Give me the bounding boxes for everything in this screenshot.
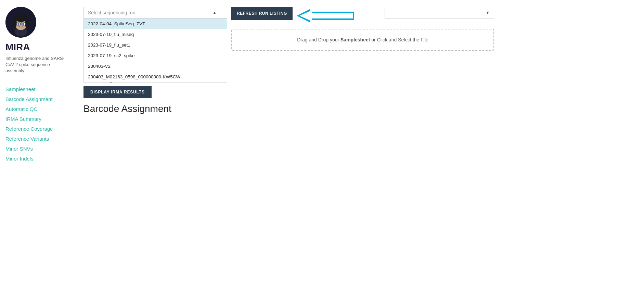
sidebar-item-samplesheet[interactable]: Samplesheet: [5, 86, 69, 93]
refresh-run-listing-button[interactable]: REFRESH RUN LISTING: [231, 7, 293, 20]
main-content: Select sequencing run: ▲ 2022-04-04_Spik…: [75, 0, 644, 281]
sequencing-run-select[interactable]: Select sequencing run: ▲: [83, 7, 227, 18]
dropdown-item[interactable]: 2022-04-04_SpikeSeq_ZVT: [84, 18, 227, 29]
svg-point-19: [22, 23, 24, 25]
dropdown-item[interactable]: 230403_M02163_0598_000000000-KW5CW: [84, 72, 227, 82]
drag-drop-text-after: or Click and Select the File: [370, 37, 428, 42]
select-chevron-icon: ▲: [212, 10, 217, 15]
svg-point-10: [15, 14, 27, 22]
drag-drop-text-before: Drag and Drop your: [297, 37, 340, 42]
sequencing-run-dropdown[interactable]: 2022-04-04_SpikeSeq_ZVT2023-07-10_flu_mi…: [83, 18, 227, 82]
second-dropdown-chevron-icon: ▼: [486, 10, 490, 15]
sidebar-item-automatic-qc[interactable]: Automatic QC: [5, 105, 69, 113]
avatar: [5, 7, 36, 38]
samplesheet-dropzone[interactable]: Drag and Drop your Samplesheet or Click …: [231, 29, 494, 51]
app-description: Influenza genome and SARS-CoV-2 spike se…: [5, 55, 69, 74]
sidebar-item-minor-indels[interactable]: Minor Indels: [5, 155, 69, 162]
second-dropdown-placeholder: [481, 10, 483, 15]
svg-point-11: [13, 18, 17, 28]
dropdown-item[interactable]: 2023-07-19_flu_set1: [84, 40, 227, 50]
second-dropdown[interactable]: ▼: [385, 7, 494, 18]
sidebar-nav: SamplesheetBarcode AssignmentAutomatic Q…: [5, 86, 69, 162]
sequencing-run-select-container: Select sequencing run: ▲ 2022-04-04_Spik…: [83, 7, 227, 18]
app-name: MIRA: [5, 42, 30, 53]
sidebar-item-irma-summary[interactable]: IRMA Summary: [5, 115, 69, 123]
drag-drop-bold: Samplesheet: [340, 37, 370, 42]
sidebar-item-reference-variants[interactable]: Reference Variants: [5, 135, 69, 142]
barcode-assignment-heading: Barcode Assignment: [83, 103, 494, 114]
arrow-annotation: [297, 7, 358, 25]
svg-point-12: [25, 18, 29, 28]
display-irma-results-button[interactable]: DISPLAY IRMA RESULTS: [83, 86, 152, 98]
select-placeholder: Select sequencing run:: [88, 10, 137, 15]
svg-point-18: [17, 23, 20, 25]
dropdown-item[interactable]: 2023-07-10_flu_miseq: [84, 29, 227, 40]
sidebar-item-reference-coverage[interactable]: Reference Coverage: [5, 125, 69, 132]
sidebar-item-barcode-assignment[interactable]: Barcode Assignment: [5, 95, 69, 103]
sidebar: MIRA Influenza genome and SARS-CoV-2 spi…: [0, 0, 75, 281]
dropdown-item[interactable]: 2023-07-19_sc2_spike: [84, 50, 227, 61]
sidebar-divider: [5, 80, 69, 80]
dropdown-item[interactable]: 230403-V2: [84, 61, 227, 72]
svg-rect-25: [311, 13, 353, 18]
sidebar-item-minor-snvs[interactable]: Minor SNVs: [5, 145, 69, 152]
